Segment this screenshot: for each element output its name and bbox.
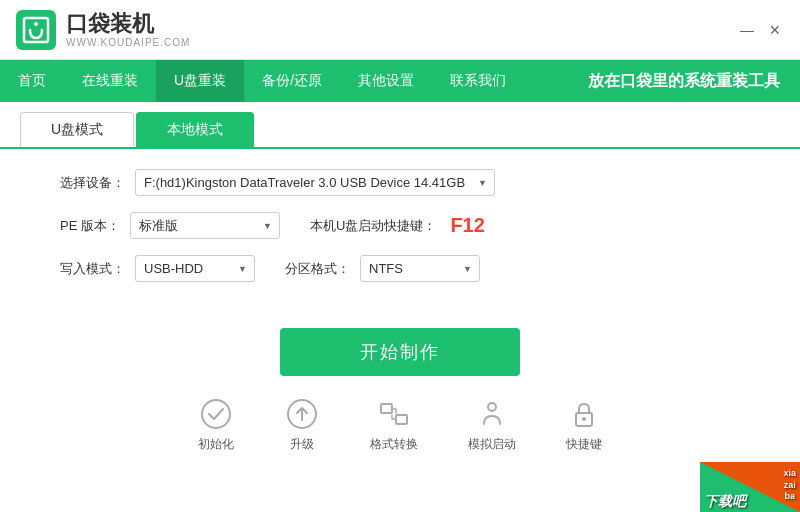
bottom-icon-upgrade[interactable]: 升级 bbox=[284, 396, 320, 453]
pe-row: PE 版本： 标准版 本机U盘启动快捷键： F12 bbox=[60, 212, 740, 239]
bottom-icon-initialize[interactable]: 初始化 bbox=[198, 396, 234, 453]
svg-point-1 bbox=[34, 22, 38, 26]
bottom-icon-shortcut[interactable]: 快捷键 bbox=[566, 396, 602, 453]
transform-icon bbox=[376, 396, 412, 432]
start-button[interactable]: 开始制作 bbox=[280, 328, 520, 376]
hotkey-label: 本机U盘启动快捷键： bbox=[310, 217, 436, 235]
nav-item-settings[interactable]: 其他设置 bbox=[340, 60, 432, 102]
device-label: 选择设备： bbox=[60, 174, 125, 192]
hotkey-value: F12 bbox=[450, 214, 484, 237]
svg-point-8 bbox=[582, 417, 586, 421]
watermark-text: 下载吧 bbox=[704, 494, 746, 508]
write-select[interactable]: USB-HDD bbox=[135, 255, 255, 282]
device-row: 选择设备： F:(hd1)Kingston DataTraveler 3.0 U… bbox=[60, 169, 740, 196]
svg-rect-5 bbox=[396, 415, 407, 424]
part-label: 分区格式： bbox=[285, 260, 350, 278]
shortcut-label: 快捷键 bbox=[566, 436, 602, 453]
svg-point-2 bbox=[202, 400, 230, 428]
person-screen-icon bbox=[474, 396, 510, 432]
write-select-wrapper[interactable]: USB-HDD bbox=[135, 255, 255, 282]
device-select-wrapper[interactable]: F:(hd1)Kingston DataTraveler 3.0 USB Dev… bbox=[135, 169, 495, 196]
upload-icon bbox=[284, 396, 320, 432]
svg-rect-0 bbox=[16, 10, 56, 50]
nav-item-online[interactable]: 在线重装 bbox=[64, 60, 156, 102]
minimize-button[interactable]: — bbox=[738, 22, 756, 38]
title-bar: 口袋装机 WWW.KOUDAIPE.COM — ✕ bbox=[0, 0, 800, 60]
format-label: 格式转换 bbox=[370, 436, 418, 453]
upgrade-label: 升级 bbox=[290, 436, 314, 453]
pe-select-wrapper[interactable]: 标准版 bbox=[130, 212, 280, 239]
bottom-icon-format[interactable]: 格式转换 bbox=[370, 396, 418, 453]
bottom-icon-simulate[interactable]: 模拟启动 bbox=[468, 396, 516, 453]
main-content: U盘模式 本地模式 选择设备： F:(hd1)Kingston DataTrav… bbox=[0, 102, 800, 512]
svg-rect-4 bbox=[381, 404, 392, 413]
part-select[interactable]: NTFS bbox=[360, 255, 480, 282]
initialize-label: 初始化 bbox=[198, 436, 234, 453]
form-area: 选择设备： F:(hd1)Kingston DataTraveler 3.0 U… bbox=[0, 149, 800, 318]
title-controls: — ✕ bbox=[738, 22, 784, 38]
tab-local-mode[interactable]: 本地模式 bbox=[136, 112, 254, 147]
app-url: WWW.KOUDAIPE.COM bbox=[66, 37, 190, 48]
nav-item-backup[interactable]: 备份/还原 bbox=[244, 60, 340, 102]
write-row: 写入模式： USB-HDD 分区格式： NTFS bbox=[60, 255, 740, 282]
simulate-label: 模拟启动 bbox=[468, 436, 516, 453]
watermark: 下载吧 xiazaiba bbox=[700, 462, 800, 512]
nav-item-home[interactable]: 首页 bbox=[0, 60, 64, 102]
app-logo bbox=[16, 10, 56, 50]
nav-item-contact[interactable]: 联系我们 bbox=[432, 60, 524, 102]
nav-bar: 首页 在线重装 U盘重装 备份/还原 其他设置 联系我们 放在口袋里的系统重装工… bbox=[0, 60, 800, 102]
watermark-sub: xiazaiba bbox=[783, 468, 796, 503]
check-circle-icon bbox=[198, 396, 234, 432]
lock-icon bbox=[566, 396, 602, 432]
start-btn-row: 开始制作 bbox=[0, 328, 800, 376]
pe-label: PE 版本： bbox=[60, 217, 120, 235]
app-name: 口袋装机 bbox=[66, 11, 190, 37]
pe-select[interactable]: 标准版 bbox=[130, 212, 280, 239]
title-text: 口袋装机 WWW.KOUDAIPE.COM bbox=[66, 11, 190, 48]
nav-item-usb[interactable]: U盘重装 bbox=[156, 60, 244, 102]
close-button[interactable]: ✕ bbox=[766, 22, 784, 38]
svg-point-6 bbox=[488, 403, 496, 411]
bottom-icons: 初始化 升级 格式转换 bbox=[0, 392, 800, 457]
write-label: 写入模式： bbox=[60, 260, 125, 278]
tab-usb-mode[interactable]: U盘模式 bbox=[20, 112, 134, 147]
title-bar-left: 口袋装机 WWW.KOUDAIPE.COM bbox=[16, 10, 190, 50]
nav-slogan: 放在口袋里的系统重装工具 bbox=[588, 71, 800, 92]
part-select-wrapper[interactable]: NTFS bbox=[360, 255, 480, 282]
nav-items: 首页 在线重装 U盘重装 备份/还原 其他设置 联系我们 bbox=[0, 60, 524, 102]
device-select[interactable]: F:(hd1)Kingston DataTraveler 3.0 USB Dev… bbox=[135, 169, 495, 196]
tabs: U盘模式 本地模式 bbox=[0, 102, 800, 149]
